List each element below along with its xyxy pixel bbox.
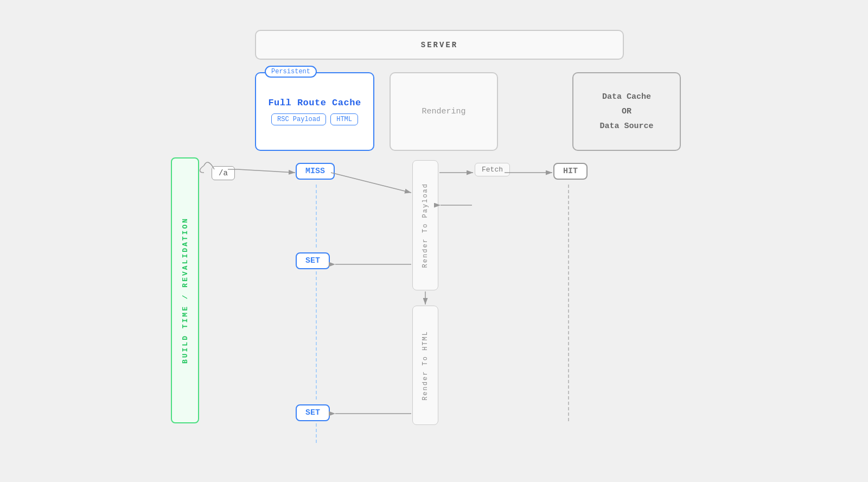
route-label: /a — [212, 166, 235, 180]
render-payload-label: Render To Payload — [422, 183, 429, 268]
set-badge-1: SET — [296, 252, 330, 269]
diagram-container: SERVER Persistent Full Route Cache RSC P… — [0, 0, 868, 482]
rendering-label: Rendering — [422, 107, 465, 116]
render-html-label: Render To HTML — [422, 331, 429, 401]
data-cache-label: Data CacheORData Source — [599, 90, 653, 134]
data-cache-box: Data CacheORData Source — [572, 72, 681, 151]
render-html-box: Render To HTML — [412, 306, 438, 425]
persistent-badge: Persistent — [265, 66, 317, 78]
build-time-label: BUILD TIME / REVALIDATION — [181, 217, 189, 364]
set-badge-2: SET — [296, 404, 330, 421]
server-box: SERVER — [255, 30, 624, 60]
hit-badge: HIT — [553, 163, 588, 180]
build-time-box: BUILD TIME / REVALIDATION — [171, 157, 199, 423]
server-label: SERVER — [421, 41, 458, 49]
miss-badge: MISS — [296, 163, 335, 180]
rsc-payload-badge: RSC Payload — [271, 113, 326, 125]
rendering-box: Rendering — [390, 72, 498, 151]
html-badge: HTML — [330, 113, 358, 125]
frc-badges: RSC Payload HTML — [271, 113, 358, 125]
fetch-badge: Fetch — [475, 163, 510, 176]
frc-title: Full Route Cache — [268, 98, 361, 108]
full-route-cache-box: Persistent Full Route Cache RSC Payload … — [255, 72, 374, 151]
render-payload-box: Render To Payload — [412, 160, 438, 290]
